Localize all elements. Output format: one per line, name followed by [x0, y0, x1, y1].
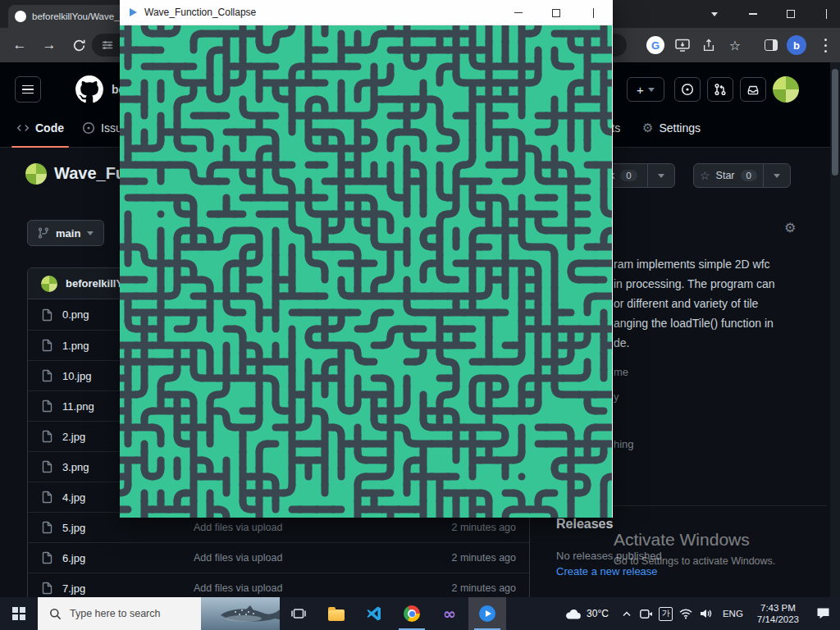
- app-window-title: Wave_Function_Collapse: [144, 7, 256, 18]
- app-titlebar[interactable]: Wave_Function_Collapse: [120, 0, 613, 25]
- tab-code[interactable]: Code: [16, 108, 64, 148]
- issue-opened-icon: [681, 83, 694, 96]
- file-name[interactable]: 6.jpg: [62, 552, 194, 564]
- tab-search-button[interactable]: [702, 0, 727, 28]
- fork-dropdown-button[interactable]: [647, 163, 675, 188]
- back-button[interactable]: ←: [7, 28, 33, 62]
- create-release-link[interactable]: Create a new release: [556, 565, 658, 578]
- taskbar: Type here to search ∞ 30°C 가: [0, 597, 840, 630]
- bookmark-button[interactable]: ☆: [724, 28, 746, 62]
- volume-button[interactable]: [696, 597, 715, 630]
- commit-message[interactable]: Add files via upload: [194, 522, 451, 533]
- commit-message[interactable]: Add files via upload: [194, 582, 451, 594]
- app-maximize-button[interactable]: [537, 0, 575, 25]
- search-icon: [49, 608, 62, 620]
- start-button[interactable]: [0, 597, 38, 630]
- vscode-button[interactable]: [355, 597, 393, 630]
- window-maximize-button[interactable]: [773, 0, 809, 28]
- tab-settings[interactable]: ⚙ Settings: [642, 108, 701, 148]
- action-center-button[interactable]: 2: [806, 607, 840, 620]
- commit-author-avatar[interactable]: [41, 276, 57, 292]
- taskbar-clock[interactable]: 7:43 PM 7/14/2023: [751, 602, 806, 625]
- camera-icon: [640, 609, 653, 619]
- google-extension-button[interactable]: G: [643, 28, 668, 62]
- star-count: 0: [741, 170, 757, 181]
- side-panel-button[interactable]: [760, 28, 783, 62]
- commit-message[interactable]: Add files via upload: [194, 552, 451, 564]
- chrome-icon: [404, 605, 420, 622]
- network-button[interactable]: [676, 597, 696, 630]
- pull-request-icon: [714, 83, 727, 96]
- browser-menu-button[interactable]: [815, 28, 835, 62]
- releases-heading[interactable]: Releases: [556, 517, 613, 532]
- window-minimize-button[interactable]: [735, 0, 771, 28]
- caret-down-icon: [658, 174, 664, 178]
- search-placeholder: Type here to search: [70, 608, 160, 619]
- star-button[interactable]: ☆ Star 0: [693, 163, 764, 188]
- file-icon: [41, 582, 54, 595]
- star-dropdown-button[interactable]: [763, 163, 791, 188]
- notification-count: 2: [820, 618, 824, 626]
- about-text-line: or different and variety of tile: [614, 294, 832, 313]
- caret-down-icon: [648, 88, 655, 92]
- window-close-button[interactable]: [809, 0, 840, 28]
- purple-app-button[interactable]: ∞: [431, 597, 468, 630]
- star-label: Star: [716, 170, 735, 181]
- app-window-icon: [130, 8, 137, 16]
- branch-name: main: [56, 227, 80, 240]
- meet-now-button[interactable]: [637, 597, 656, 630]
- about-settings-gear-icon[interactable]: ⚙: [784, 220, 796, 235]
- install-app-button[interactable]: [671, 28, 694, 62]
- forward-button[interactable]: →: [36, 28, 62, 62]
- search-highlight-image[interactable]: [201, 597, 280, 630]
- whale-shark-image: [212, 597, 280, 630]
- clock-time: 7:43 PM: [757, 602, 799, 614]
- forward-icon: →: [43, 37, 57, 53]
- file-name[interactable]: 7.jpg: [62, 582, 194, 595]
- pull-requests-button[interactable]: [707, 77, 733, 102]
- language-indicator[interactable]: ENG: [715, 609, 751, 619]
- chrome-button[interactable]: [393, 597, 431, 630]
- side-panel-icon: [765, 39, 778, 51]
- branch-selector[interactable]: main: [27, 220, 104, 246]
- fork-count: 0: [620, 170, 637, 181]
- app-close-button[interactable]: [575, 0, 613, 25]
- taskbar-search[interactable]: Type here to search: [38, 597, 280, 630]
- scrollbar-thumb[interactable]: [832, 69, 838, 176]
- windows-logo-icon: [12, 607, 25, 620]
- ime-indicator[interactable]: 가: [656, 597, 676, 630]
- task-view-button[interactable]: [280, 597, 317, 630]
- close-icon: [589, 8, 599, 18]
- user-avatar[interactable]: [773, 76, 799, 103]
- branch-icon: [38, 227, 49, 239]
- reload-button[interactable]: [66, 28, 92, 62]
- app-minimize-button[interactable]: [500, 0, 537, 25]
- profile-button[interactable]: b: [784, 28, 809, 62]
- issue-opened-icon: [82, 121, 95, 135]
- clock-date: 7/14/2023: [757, 614, 799, 625]
- about-text-line: de.: [614, 333, 832, 353]
- profile-avatar: b: [787, 35, 806, 55]
- file-icon: [41, 551, 54, 564]
- create-new-button[interactable]: +: [627, 77, 664, 102]
- share-button[interactable]: [697, 28, 720, 62]
- cloud-icon: [565, 608, 582, 619]
- activate-windows-watermark: Activate Windows: [614, 530, 750, 550]
- reload-icon: [72, 39, 86, 52]
- wfc-pattern-canvas: [120, 25, 612, 518]
- weather-widget[interactable]: 30°C: [557, 608, 617, 619]
- repo-owner-avatar[interactable]: [25, 163, 47, 185]
- play-circle-icon: [479, 605, 495, 622]
- github-logo-icon[interactable]: [75, 75, 103, 103]
- global-nav-menu-button[interactable]: [15, 76, 41, 103]
- file-explorer-button[interactable]: [317, 597, 355, 630]
- plus-icon: +: [637, 83, 644, 97]
- volume-icon: [699, 608, 712, 619]
- close-icon: [822, 9, 832, 19]
- notifications-button[interactable]: [740, 77, 766, 102]
- running-sketch-button[interactable]: [468, 597, 506, 630]
- tray-expand-button[interactable]: [617, 597, 637, 630]
- page-scrollbar[interactable]: [830, 62, 840, 597]
- issues-dashboard-button[interactable]: [674, 77, 701, 102]
- file-name[interactable]: 5.jpg: [62, 522, 194, 534]
